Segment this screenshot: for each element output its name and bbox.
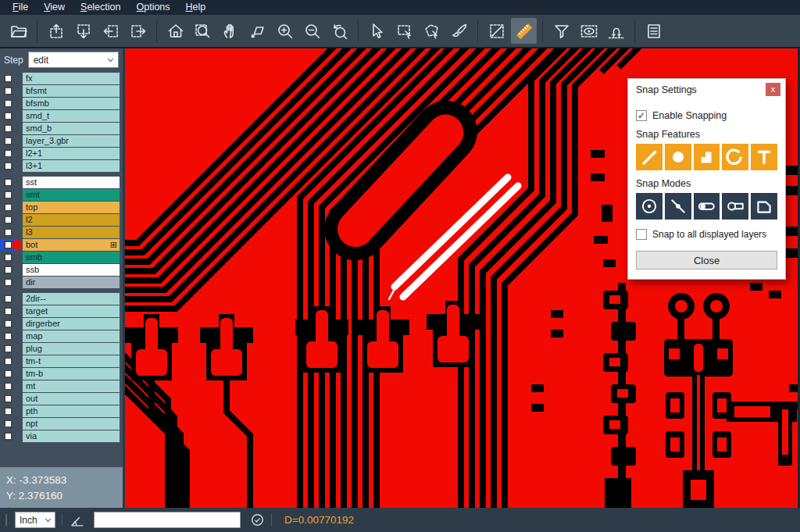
layer-row-smt[interactable]: smt	[0, 189, 123, 201]
layer-label[interactable]: l2	[23, 214, 120, 226]
dialog-close-button[interactable]: Close	[636, 251, 777, 270]
measure-line-button[interactable]	[484, 18, 509, 44]
layer-visibility-checkbox[interactable]	[0, 227, 16, 238]
layer-visibility-checkbox[interactable]	[0, 343, 16, 355]
layer-label[interactable]: plug	[23, 343, 120, 355]
zoom-window-button[interactable]	[190, 18, 216, 44]
layer-row-layer_3.gbr[interactable]: layer_3.gbr	[0, 135, 123, 147]
polygon-select-button[interactable]	[419, 18, 445, 44]
layer-label[interactable]: pth	[23, 405, 120, 417]
layer-visibility-checkbox[interactable]	[0, 85, 16, 97]
layer-row-l2[interactable]: l2	[0, 214, 123, 226]
layer-row-dirgerber[interactable]: dirgerber	[0, 318, 123, 330]
layer-visibility-checkbox[interactable]	[0, 252, 16, 263]
command-input[interactable]	[94, 512, 241, 528]
pan-button[interactable]	[217, 18, 243, 44]
enable-snapping-row[interactable]: ✓ Enable Snapping	[636, 110, 777, 121]
layer-visibility-checkbox[interactable]	[0, 305, 16, 317]
layer-row-ssb[interactable]: ssb	[0, 264, 123, 276]
select-button[interactable]	[364, 18, 390, 44]
move-up-button[interactable]	[43, 18, 69, 44]
layer-row-top[interactable]: top	[0, 202, 123, 213]
unit-select[interactable]: Inch	[15, 512, 55, 528]
layer-visibility-checkbox[interactable]	[0, 355, 16, 367]
layer-label[interactable]: smt	[23, 189, 120, 201]
layer-visibility-checkbox[interactable]	[0, 405, 16, 417]
layer-row-bfsmb[interactable]: bfsmb	[0, 98, 123, 109]
layer-label[interactable]: smd_t	[23, 110, 120, 122]
drag-view-button[interactable]	[245, 18, 270, 44]
layer-visibility-checkbox[interactable]	[0, 148, 16, 159]
snap-mode-corner-button[interactable]	[751, 193, 777, 220]
layer-label[interactable]: dirgerber	[23, 318, 120, 330]
layer-label[interactable]: sst	[23, 177, 120, 188]
enable-snapping-checkbox[interactable]: ✓	[636, 110, 647, 121]
layer-row-l3[interactable]: l3	[0, 227, 123, 238]
layer-row-fx[interactable]: fx	[0, 73, 123, 84]
layer-label[interactable]: bfsmb	[23, 98, 120, 109]
layer-row-smb[interactable]: smb	[0, 252, 123, 263]
layer-label[interactable]: tm-t	[23, 355, 120, 367]
layer-label[interactable]: map	[23, 330, 120, 342]
layer-visibility-checkbox[interactable]	[0, 430, 16, 442]
layer-row-sst[interactable]: sst	[0, 177, 123, 188]
open-file-button[interactable]	[5, 18, 31, 44]
layer-label[interactable]: smd_b	[23, 123, 120, 134]
layer-row-mt[interactable]: mt	[0, 380, 123, 392]
layer-visibility-checkbox[interactable]	[0, 202, 16, 213]
layer-label[interactable]: 2dir--	[23, 293, 120, 305]
layer-label[interactable]: tm-b	[23, 368, 120, 380]
view-selection-button[interactable]	[576, 18, 602, 44]
snap-mode-on-element-button[interactable]	[665, 193, 691, 220]
snap-mode-center-button[interactable]	[636, 193, 662, 220]
layer-label[interactable]: bot⊞	[23, 239, 120, 251]
snap-button[interactable]	[603, 18, 629, 44]
layer-label[interactable]: out	[23, 393, 120, 405]
layer-label[interactable]: l2+1	[23, 148, 120, 159]
layer-label[interactable]: layer_3.gbr	[23, 135, 120, 147]
layer-visibility-checkbox[interactable]	[0, 214, 16, 226]
menu-help[interactable]: Help	[178, 0, 214, 15]
layer-visibility-checkbox[interactable]	[0, 177, 16, 188]
layer-row-2dir--[interactable]: 2dir--	[0, 293, 123, 305]
move-right-button[interactable]	[125, 18, 151, 44]
layer-visibility-checkbox[interactable]	[0, 380, 16, 392]
layer-label[interactable]: via	[23, 430, 120, 442]
snap-mode-slot-end-button[interactable]	[694, 193, 720, 220]
layer-label[interactable]: l3+1	[23, 160, 120, 172]
report-button[interactable]	[641, 18, 666, 44]
home-button[interactable]	[162, 18, 188, 44]
rect-select-button[interactable]	[391, 18, 417, 44]
layer-row-tm-t[interactable]: tm-t	[0, 355, 123, 367]
layer-row-dir[interactable]: dir	[0, 277, 123, 288]
layer-row-bfsmt[interactable]: bfsmt	[0, 85, 123, 97]
layer-row-plug[interactable]: plug	[0, 343, 123, 355]
layer-row-target[interactable]: target	[0, 305, 123, 317]
all-layers-row[interactable]: Snap to all displayed layers	[636, 229, 777, 240]
layer-visibility-checkbox[interactable]	[0, 110, 16, 122]
layer-row-pth[interactable]: pth	[0, 405, 123, 417]
layer-row-l2+1[interactable]: l2+1	[0, 148, 123, 159]
snap-feature-arc-button[interactable]	[722, 144, 748, 170]
layer-label[interactable]: ssb	[23, 264, 120, 276]
brush-select-button[interactable]	[446, 18, 472, 44]
layer-row-out[interactable]: out	[0, 393, 123, 405]
move-left-button[interactable]	[98, 18, 123, 44]
layer-row-via[interactable]: via	[0, 430, 123, 442]
layer-visibility-checkbox[interactable]	[0, 160, 16, 172]
layer-visibility-checkbox[interactable]	[0, 189, 16, 201]
filter-button[interactable]	[548, 18, 574, 44]
snap-feature-surface-button[interactable]	[694, 144, 720, 170]
layer-visibility-checkbox[interactable]	[0, 318, 16, 330]
layer-visibility-checkbox[interactable]	[0, 264, 16, 276]
move-down-button[interactable]	[70, 18, 96, 44]
menu-selection[interactable]: Selection	[73, 0, 128, 15]
dialog-close-icon[interactable]: x	[766, 83, 780, 96]
snap-feature-line-button[interactable]	[636, 144, 662, 170]
layer-label[interactable]: dir	[23, 277, 120, 288]
apply-check-icon[interactable]	[250, 512, 265, 527]
zoom-in-button[interactable]	[272, 18, 298, 44]
layer-label[interactable]: target	[23, 305, 120, 317]
layer-row-smd_t[interactable]: smd_t	[0, 110, 123, 122]
layer-label[interactable]: bfsmt	[23, 85, 120, 97]
